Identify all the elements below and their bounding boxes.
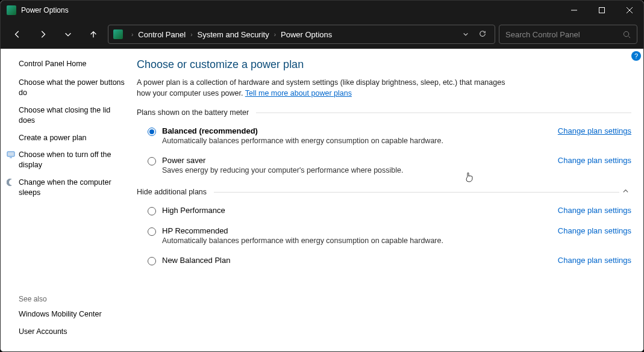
minimize-button[interactable]: [560, 1, 588, 20]
minimize-icon: [571, 7, 577, 13]
breadcrumb-control-panel[interactable]: Control Panel: [138, 30, 186, 39]
plan-name[interactable]: HP Recommended: [162, 226, 551, 235]
divider: [256, 113, 631, 113]
plan-description: Automatically balances performance with …: [162, 137, 551, 145]
see-also-user-accounts[interactable]: User Accounts: [19, 327, 125, 337]
back-button[interactable]: [7, 25, 28, 44]
divider: [214, 192, 619, 193]
nav-bar: › Control Panel › System and Security › …: [1, 20, 643, 49]
chevron-up-icon: [622, 188, 629, 194]
location-icon: [113, 29, 123, 39]
plan-radio-hprec[interactable]: [148, 227, 156, 236]
content-area: ? Control Panel Home Choose what the pow…: [1, 49, 643, 351]
section-label: Plans shown on the battery meter: [137, 108, 249, 117]
window: Power Options › Co: [0, 0, 644, 352]
up-arrow-icon: [89, 30, 98, 39]
sidebar-link-sleep[interactable]: Change when the computer sleeps: [19, 178, 125, 198]
svg-rect-2: [7, 152, 14, 156]
plan-balanced: Balanced (recommended) Automatically bal…: [137, 124, 631, 153]
back-arrow-icon: [13, 30, 22, 39]
plan-high-performance: High Performance Change plan settings: [137, 203, 631, 224]
app-icon: [7, 5, 16, 15]
chevron-down-icon: [64, 30, 72, 39]
plan-radio-powersaver[interactable]: [148, 157, 156, 165]
tell-me-more-link[interactable]: Tell me more about power plans: [245, 89, 352, 97]
window-controls: [560, 1, 643, 20]
plan-hp-recommended: HP Recommended Automatically balances pe…: [137, 224, 631, 253]
refresh-icon: [479, 30, 486, 37]
chevron-right-icon: ›: [190, 31, 192, 38]
plan-name[interactable]: Power saver: [162, 156, 551, 165]
address-dropdown-button[interactable]: [458, 30, 473, 39]
breadcrumb-power-options[interactable]: Power Options: [281, 30, 332, 39]
sidebar-link-turn-off-display[interactable]: Choose when to turn off the display: [19, 150, 125, 170]
maximize-icon: [599, 7, 605, 13]
change-plan-settings-link[interactable]: Change plan settings: [558, 226, 631, 235]
plan-radio-balanced[interactable]: [148, 128, 156, 136]
change-plan-settings-link[interactable]: Change plan settings: [558, 156, 631, 165]
plan-description: Automatically balances performance with …: [162, 236, 551, 245]
chevron-right-icon: ›: [274, 31, 276, 38]
forward-button[interactable]: [32, 25, 54, 44]
sidebar: Control Panel Home Choose what the power…: [1, 49, 133, 351]
change-plan-settings-link[interactable]: Change plan settings: [558, 256, 631, 265]
plan-new-balanced: New Balanced Plan Change plan settings: [137, 253, 631, 274]
moon-icon: [7, 178, 15, 187]
maximize-button[interactable]: [588, 1, 616, 20]
close-button[interactable]: [616, 1, 643, 20]
search-bar[interactable]: [499, 25, 637, 44]
search-icon: [623, 31, 631, 39]
see-also-label: See also: [19, 295, 125, 303]
recent-button[interactable]: [57, 25, 79, 44]
close-icon: [627, 7, 633, 13]
plan-name[interactable]: Balanced (recommended): [162, 126, 551, 135]
sidebar-item-label: Choose when to turn off the display: [19, 150, 111, 169]
sidebar-item-label: Change when the computer sleeps: [19, 178, 111, 197]
page-heading: Choose or customize a power plan: [137, 58, 631, 71]
plan-name[interactable]: New Balanced Plan: [162, 256, 551, 265]
plan-radio-highperf[interactable]: [148, 207, 156, 215]
chevron-down-icon: [463, 31, 469, 37]
search-input[interactable]: [505, 30, 623, 39]
sidebar-link-create-plan[interactable]: Create a power plan: [19, 133, 125, 143]
control-panel-home-link[interactable]: Control Panel Home: [19, 60, 125, 68]
change-plan-settings-link[interactable]: Change plan settings: [558, 126, 631, 135]
svg-rect-0: [599, 8, 605, 13]
up-button[interactable]: [83, 25, 104, 44]
sidebar-link-close-lid[interactable]: Choose what closing the lid does: [19, 105, 125, 126]
address-bar[interactable]: › Control Panel › System and Security › …: [108, 25, 495, 44]
visible-plans-header: Plans shown on the battery meter: [137, 108, 631, 117]
plan-description: Saves energy by reducing your computer's…: [162, 166, 551, 174]
change-plan-settings-link[interactable]: Change plan settings: [558, 206, 631, 215]
help-button[interactable]: ?: [631, 51, 641, 61]
plan-radio-newbal[interactable]: [148, 257, 156, 265]
plan-power-saver: Power saver Saves energy by reducing you…: [137, 153, 631, 183]
window-title: Power Options: [21, 6, 560, 14]
breadcrumb-system-security[interactable]: System and Security: [197, 30, 269, 39]
intro-text: A power plan is a collection of hardware…: [137, 77, 510, 99]
collapse-button[interactable]: [619, 188, 631, 196]
forward-arrow-icon: [39, 30, 47, 39]
additional-plans-header[interactable]: Hide additional plans: [137, 188, 631, 196]
display-icon: [7, 150, 15, 159]
section-label: Hide additional plans: [137, 188, 207, 196]
chevron-right-icon: ›: [131, 31, 133, 38]
main-panel: Choose or customize a power plan A power…: [133, 49, 643, 351]
refresh-button[interactable]: [475, 30, 490, 39]
see-also-mobility-center[interactable]: Windows Mobility Center: [19, 309, 125, 320]
title-bar: Power Options: [1, 1, 643, 20]
sidebar-link-power-buttons[interactable]: Choose what the power buttons do: [19, 78, 125, 98]
plan-name[interactable]: High Performance: [162, 206, 551, 215]
svg-point-1: [624, 31, 628, 36]
